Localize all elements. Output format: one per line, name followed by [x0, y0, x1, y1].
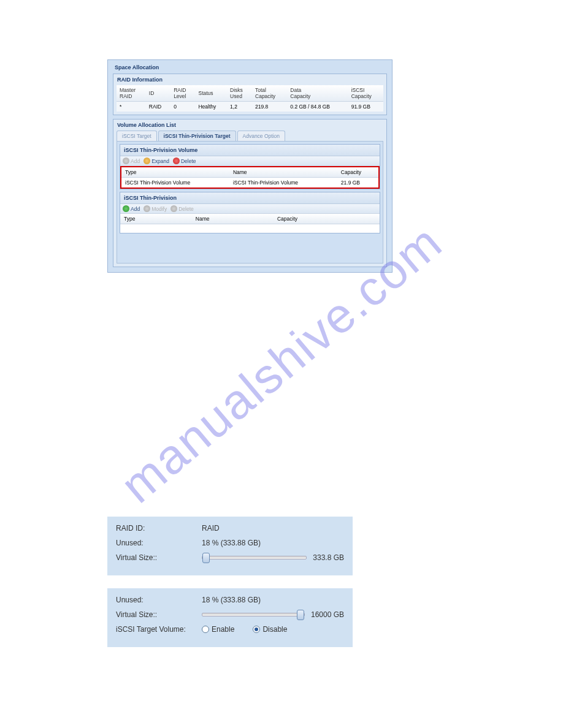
cell-status: Healthy — [195, 102, 227, 112]
virtual-size-value: 333.8 GB — [313, 553, 344, 562]
info-panel-2: Unused: 18 % (333.88 GB) Virtual Size:: … — [107, 588, 353, 647]
info-panel-1: RAID ID: RAID Unused: 18 % (333.88 GB) V… — [107, 517, 353, 575]
disable-option[interactable]: Disable — [253, 625, 287, 634]
col-capacity: Capacity — [337, 167, 378, 178]
grid2-header: Type Name Capacity — [120, 214, 380, 224]
unused-label-2: Unused: — [116, 596, 202, 604]
slider-handle-2[interactable] — [297, 610, 304, 620]
tab-thin-provision-target[interactable]: iSCSI Thin-Privision Target — [158, 131, 236, 141]
enable-label: Enable — [212, 625, 234, 634]
cell-disks: 1,2 — [227, 102, 252, 112]
delete-icon — [173, 157, 180, 164]
cell-iscsi: 91.9 GB — [348, 102, 383, 112]
delete-button[interactable]: Delete — [173, 157, 196, 164]
delete-label: Delete — [178, 206, 194, 212]
cell-data: 0.2 GB / 84.8 GB — [287, 102, 348, 112]
grid1-row[interactable]: iSCSI Thin-Privision Volume iSCSI Thin-P… — [121, 178, 378, 188]
virtual-size-slider-2[interactable] — [202, 613, 305, 616]
raid-id-label: RAID ID: — [116, 524, 202, 533]
col-iscsi: iSCSI Capacity — [348, 85, 383, 102]
col-id: ID — [146, 85, 170, 102]
col-data: Data Capacity — [287, 85, 348, 102]
tab-body: iSCSI Thin-Privision Volume Add Expand D… — [117, 141, 383, 264]
col2-type: Type — [120, 214, 192, 224]
col-status: Status — [195, 85, 227, 102]
iscsi-target-label: iSCSI Target Volume: — [116, 625, 202, 634]
unused-label: Unused: — [116, 539, 202, 547]
disable-label: Disable — [262, 625, 287, 634]
enable-option[interactable]: Enable — [202, 625, 234, 634]
volume-title: Volume Allocation List — [113, 119, 386, 131]
add-icon — [123, 205, 129, 212]
delete-button-disabled: Delete — [170, 205, 194, 212]
grid1-header: Type Name Capacity — [121, 167, 378, 178]
tab-iscsi-target[interactable]: iSCSI Target — [117, 131, 157, 141]
unused-value: 18 % (333.88 GB) — [202, 539, 261, 547]
thin-provision-volume-panel: iSCSI Thin-Privision Volume Add Expand D… — [120, 144, 380, 189]
slider-handle[interactable] — [202, 553, 210, 563]
add-button-disabled: Add — [123, 157, 140, 164]
modify-label: Modify — [151, 206, 167, 212]
radio-icon — [202, 626, 209, 633]
highlighted-region: Type Name Capacity iSCSI Thin-Privision … — [120, 166, 380, 189]
col-total: Total Capacity — [252, 85, 287, 102]
app-title: Space Allocation — [111, 63, 389, 72]
raid-info-title: RAID Information — [113, 74, 386, 85]
delete-icon — [170, 205, 177, 212]
grid2-empty-row — [120, 224, 380, 233]
panel2-toolbar: Add Modify Delete — [120, 204, 380, 214]
raid-info-box: RAID Information Master RAID ID RAID Lev… — [113, 74, 387, 115]
delete-label: Delete — [181, 158, 196, 164]
panel2-title: iSCSI Thin-Privision — [120, 192, 380, 204]
raid-header-row: Master RAID ID RAID Level Status Disks U… — [117, 85, 383, 102]
tabstrip: iSCSI Target iSCSI Thin-Privision Target… — [117, 131, 383, 141]
cell-id: RAID — [146, 102, 170, 112]
virtual-size-label: Virtual Size:: — [116, 553, 202, 562]
raid-data-row[interactable]: * RAID 0 Healthy 1,2 219.8 0.2 GB / 84.8… — [117, 102, 383, 112]
radio-icon — [253, 626, 260, 633]
expand-label: Expand — [151, 158, 169, 164]
modify-icon — [144, 205, 150, 212]
col-level: RAID Level — [170, 85, 195, 102]
volume-allocation-box: Volume Allocation List iSCSI Target iSCS… — [113, 119, 387, 267]
add-icon — [123, 157, 129, 164]
add-label: Add — [131, 158, 140, 164]
space-allocation-panel: Space Allocation RAID Information Master… — [107, 59, 393, 273]
col-type: Type — [121, 167, 229, 178]
unused-value-2: 18 % (333.88 GB) — [202, 596, 261, 604]
raid-id-value: RAID — [202, 524, 220, 533]
cell1-name: iSCSI Thin-Privision Volume — [229, 178, 337, 188]
virtual-size-label-2: Virtual Size:: — [116, 610, 202, 619]
expand-button[interactable]: Expand — [144, 157, 169, 164]
virtual-size-slider[interactable] — [202, 556, 307, 559]
cell-master: * — [117, 102, 146, 112]
add-button[interactable]: Add — [123, 205, 140, 212]
cell1-cap: 21.9 GB — [337, 178, 378, 188]
col2-name: Name — [192, 214, 274, 224]
tab-advance-option[interactable]: Advance Option — [237, 131, 285, 141]
add-label: Add — [131, 206, 140, 212]
col-disks: Disks Used — [227, 85, 252, 102]
modify-button-disabled: Modify — [144, 205, 167, 212]
raid-table: Master RAID ID RAID Level Status Disks U… — [117, 85, 383, 112]
col2-capacity: Capacity — [274, 214, 380, 224]
cell-total: 219.8 — [252, 102, 287, 112]
col-master-raid: Master RAID — [117, 85, 146, 102]
panel1-toolbar: Add Expand Delete — [120, 156, 380, 166]
panel1-grid: Type Name Capacity iSCSI Thin-Privision … — [121, 167, 378, 188]
cell-level: 0 — [170, 102, 195, 112]
thin-provision-panel: iSCSI Thin-Privision Add Modify Delete T… — [120, 192, 380, 233]
expand-icon — [144, 157, 150, 164]
cell1-type: iSCSI Thin-Privision Volume — [121, 178, 229, 188]
col-name: Name — [229, 167, 337, 178]
panel2-grid: Type Name Capacity — [120, 214, 380, 233]
virtual-size-value-2: 16000 GB — [311, 610, 344, 619]
panel1-title: iSCSI Thin-Privision Volume — [120, 145, 380, 156]
